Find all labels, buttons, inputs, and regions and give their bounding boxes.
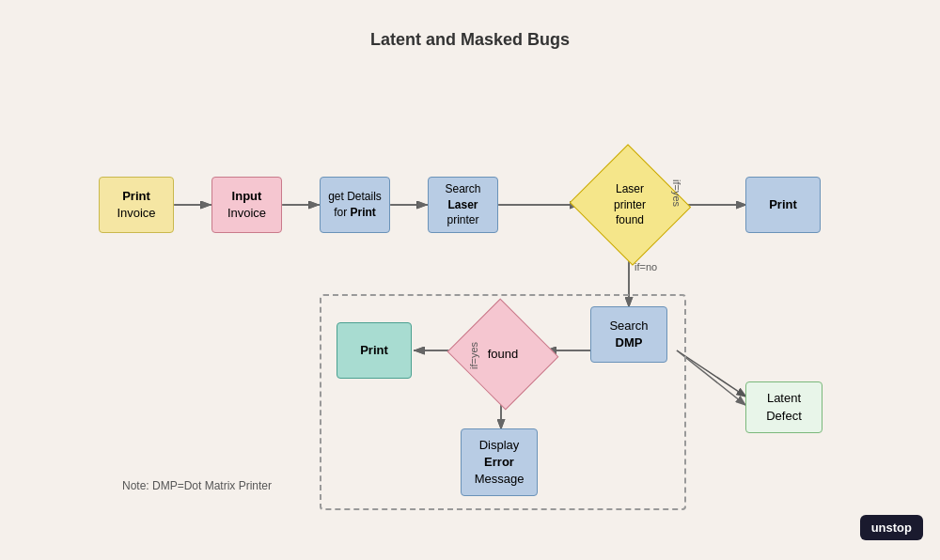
search-dmp-label: SearchDMP — [609, 318, 648, 351]
note-text: Note: DMP=Dot Matrix Printer — [122, 477, 272, 495]
input-invoice-box: InputInvoice — [212, 177, 282, 233]
search-laser-label: SearchLaserprinter — [445, 181, 480, 228]
laser-found-diamond: Laserprinterfound — [581, 161, 679, 249]
print-invoice-box: PrintInvoice — [99, 177, 174, 233]
print-bottom-label: Print — [360, 342, 388, 359]
if-no-label: if=no — [634, 261, 657, 272]
print-invoice-label: PrintInvoice — [117, 188, 155, 222]
print-top-box: Print — [745, 177, 821, 233]
if-yes-bottom-label: if=yes — [468, 342, 479, 369]
search-dmp-box: SearchDMP — [590, 306, 667, 363]
svg-line-10 — [677, 350, 747, 397]
search-laser-box: SearchLaserprinter — [428, 177, 498, 233]
if-yes-top-label: if=yes — [671, 179, 682, 207]
latent-defect-label: LatentDefect — [766, 390, 802, 424]
get-details-box: get Detailsfor Print — [320, 177, 390, 233]
print-bottom-box: Print — [337, 322, 412, 379]
input-invoice-label: InputInvoice — [227, 188, 266, 222]
print-top-label: Print — [769, 196, 797, 213]
diagram: PrintInvoice InputInvoice get Detailsfor… — [0, 59, 940, 553]
latent-defect-box: LatentDefect — [745, 381, 822, 433]
display-error-box: DisplayErrorMessage — [461, 428, 538, 496]
get-details-label: get Detailsfor Print — [328, 189, 382, 221]
page-title: Latent and Masked Bugs — [0, 0, 940, 59]
unstop-logo: unstop — [860, 515, 923, 540]
display-error-label: DisplayErrorMessage — [475, 437, 525, 489]
